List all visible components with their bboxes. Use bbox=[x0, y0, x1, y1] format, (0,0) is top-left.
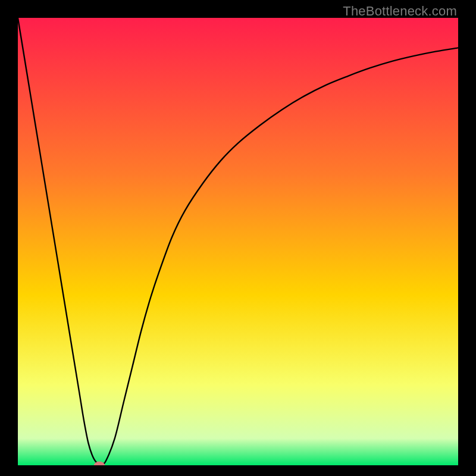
plot-area bbox=[18, 18, 458, 465]
svg-rect-0 bbox=[18, 18, 458, 465]
chart-frame bbox=[18, 18, 458, 465]
background-gradient bbox=[18, 18, 458, 465]
watermark-text: TheBottleneck.com bbox=[343, 4, 457, 19]
